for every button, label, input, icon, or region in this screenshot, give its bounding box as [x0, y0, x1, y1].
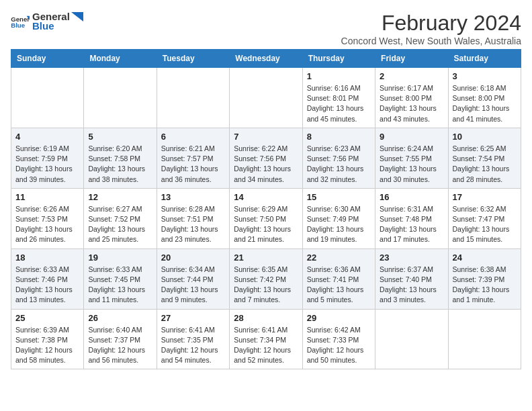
calendar-header-row: SundayMondayTuesdayWednesdayThursdayFrid… [11, 50, 521, 68]
day-number: 21 [234, 253, 298, 263]
day-info: Sunrise: 6:27 AM Sunset: 7:52 PM Dayligh… [88, 204, 152, 245]
calendar-week-row: 25Sunrise: 6:39 AM Sunset: 7:38 PM Dayli… [11, 309, 521, 369]
svg-marker-3 [71, 12, 83, 21]
day-number: 19 [88, 253, 152, 263]
calendar-cell [230, 68, 302, 128]
day-number: 7 [234, 132, 298, 142]
day-number: 9 [380, 132, 443, 142]
day-info: Sunrise: 6:41 AM Sunset: 7:34 PM Dayligh… [234, 325, 298, 366]
day-info: Sunrise: 6:34 AM Sunset: 7:44 PM Dayligh… [161, 265, 225, 306]
day-number: 20 [161, 253, 225, 263]
calendar-cell [157, 68, 229, 128]
day-info: Sunrise: 6:39 AM Sunset: 7:38 PM Dayligh… [15, 325, 79, 366]
day-of-week-header: Sunday [11, 50, 84, 68]
day-info: Sunrise: 6:20 AM Sunset: 7:58 PM Dayligh… [88, 144, 152, 185]
calendar-cell: 13Sunrise: 6:28 AM Sunset: 7:51 PM Dayli… [157, 188, 229, 248]
calendar-cell: 7Sunrise: 6:22 AM Sunset: 7:56 PM Daylig… [230, 128, 302, 188]
day-number: 14 [234, 192, 298, 202]
calendar-cell: 12Sunrise: 6:27 AM Sunset: 7:52 PM Dayli… [84, 188, 157, 248]
day-info: Sunrise: 6:41 AM Sunset: 7:35 PM Dayligh… [161, 325, 225, 366]
day-info: Sunrise: 6:17 AM Sunset: 8:00 PM Dayligh… [380, 83, 443, 124]
calendar-week-row: 4Sunrise: 6:19 AM Sunset: 7:59 PM Daylig… [11, 128, 521, 188]
day-info: Sunrise: 6:25 AM Sunset: 7:54 PM Dayligh… [453, 144, 517, 185]
day-info: Sunrise: 6:16 AM Sunset: 8:01 PM Dayligh… [307, 83, 371, 124]
calendar-cell: 22Sunrise: 6:36 AM Sunset: 7:41 PM Dayli… [302, 248, 375, 309]
day-of-week-header: Monday [84, 50, 157, 68]
calendar-cell [448, 309, 521, 369]
calendar-cell: 8Sunrise: 6:23 AM Sunset: 7:56 PM Daylig… [302, 128, 375, 188]
day-number: 17 [453, 192, 517, 202]
month-title: February 2024 [341, 11, 521, 36]
calendar-cell: 24Sunrise: 6:38 AM Sunset: 7:39 PM Dayli… [448, 248, 521, 309]
day-of-week-header: Thursday [302, 50, 375, 68]
calendar-cell [84, 68, 157, 128]
day-info: Sunrise: 6:23 AM Sunset: 7:56 PM Dayligh… [307, 144, 371, 185]
day-number: 24 [453, 253, 517, 263]
calendar-cell: 15Sunrise: 6:30 AM Sunset: 7:49 PM Dayli… [302, 188, 375, 248]
day-number: 26 [88, 313, 152, 323]
day-number: 18 [15, 253, 79, 263]
calendar-cell: 29Sunrise: 6:42 AM Sunset: 7:33 PM Dayli… [302, 309, 375, 369]
calendar-body: 1Sunrise: 6:16 AM Sunset: 8:01 PM Daylig… [11, 68, 521, 369]
day-of-week-header: Wednesday [230, 50, 302, 68]
calendar-cell: 11Sunrise: 6:26 AM Sunset: 7:53 PM Dayli… [11, 188, 84, 248]
day-info: Sunrise: 6:30 AM Sunset: 7:49 PM Dayligh… [307, 204, 371, 245]
day-number: 16 [380, 192, 443, 202]
day-info: Sunrise: 6:33 AM Sunset: 7:46 PM Dayligh… [15, 265, 79, 306]
calendar-cell: 3Sunrise: 6:18 AM Sunset: 8:00 PM Daylig… [448, 68, 521, 128]
subtitle: Concord West, New South Wales, Australia [341, 36, 521, 46]
calendar-cell: 19Sunrise: 6:33 AM Sunset: 7:45 PM Dayli… [84, 248, 157, 309]
svg-text:Blue: Blue [11, 21, 25, 28]
calendar-week-row: 11Sunrise: 6:26 AM Sunset: 7:53 PM Dayli… [11, 188, 521, 248]
title-area: February 2024 Concord West, New South Wa… [341, 11, 521, 46]
day-of-week-header: Saturday [448, 50, 521, 68]
calendar-cell: 1Sunrise: 6:16 AM Sunset: 8:01 PM Daylig… [302, 68, 375, 128]
day-info: Sunrise: 6:31 AM Sunset: 7:48 PM Dayligh… [380, 204, 443, 245]
calendar-cell: 25Sunrise: 6:39 AM Sunset: 7:38 PM Dayli… [11, 309, 84, 369]
day-number: 6 [161, 132, 225, 142]
day-number: 5 [88, 132, 152, 142]
calendar-cell: 14Sunrise: 6:29 AM Sunset: 7:50 PM Dayli… [230, 188, 302, 248]
day-info: Sunrise: 6:21 AM Sunset: 7:57 PM Dayligh… [161, 144, 225, 185]
calendar-table: SundayMondayTuesdayWednesdayThursdayFrid… [11, 49, 521, 369]
calendar-cell: 20Sunrise: 6:34 AM Sunset: 7:44 PM Dayli… [157, 248, 229, 309]
day-number: 29 [307, 313, 371, 323]
day-of-week-header: Friday [375, 50, 448, 68]
calendar-cell [375, 309, 448, 369]
day-number: 3 [453, 71, 517, 81]
day-of-week-header: Tuesday [157, 50, 229, 68]
calendar-cell: 5Sunrise: 6:20 AM Sunset: 7:58 PM Daylig… [84, 128, 157, 188]
calendar-cell: 26Sunrise: 6:40 AM Sunset: 7:37 PM Dayli… [84, 309, 157, 369]
day-info: Sunrise: 6:24 AM Sunset: 7:55 PM Dayligh… [380, 144, 443, 185]
day-number: 2 [380, 71, 443, 81]
calendar-cell: 6Sunrise: 6:21 AM Sunset: 7:57 PM Daylig… [157, 128, 229, 188]
day-info: Sunrise: 6:36 AM Sunset: 7:41 PM Dayligh… [307, 265, 371, 306]
calendar-cell: 9Sunrise: 6:24 AM Sunset: 7:55 PM Daylig… [375, 128, 448, 188]
day-number: 8 [307, 132, 371, 142]
day-number: 28 [234, 313, 298, 323]
calendar-cell: 23Sunrise: 6:37 AM Sunset: 7:40 PM Dayli… [375, 248, 448, 309]
day-number: 25 [15, 313, 79, 323]
day-info: Sunrise: 6:40 AM Sunset: 7:37 PM Dayligh… [88, 325, 152, 366]
day-info: Sunrise: 6:38 AM Sunset: 7:39 PM Dayligh… [453, 265, 517, 306]
day-info: Sunrise: 6:32 AM Sunset: 7:47 PM Dayligh… [453, 204, 517, 245]
day-info: Sunrise: 6:22 AM Sunset: 7:56 PM Dayligh… [234, 144, 298, 185]
day-number: 15 [307, 192, 371, 202]
logo-arrow-icon [71, 12, 83, 21]
day-info: Sunrise: 6:29 AM Sunset: 7:50 PM Dayligh… [234, 204, 298, 245]
logo-icon: General Blue [11, 14, 30, 29]
day-info: Sunrise: 6:37 AM Sunset: 7:40 PM Dayligh… [380, 265, 443, 306]
header: General Blue General Blue February 2024 … [11, 11, 521, 46]
calendar-cell [11, 68, 84, 128]
day-info: Sunrise: 6:35 AM Sunset: 7:42 PM Dayligh… [234, 265, 298, 306]
day-info: Sunrise: 6:28 AM Sunset: 7:51 PM Dayligh… [161, 204, 225, 245]
calendar-cell: 28Sunrise: 6:41 AM Sunset: 7:34 PM Dayli… [230, 309, 302, 369]
day-number: 23 [380, 253, 443, 263]
calendar-cell: 17Sunrise: 6:32 AM Sunset: 7:47 PM Dayli… [448, 188, 521, 248]
calendar-cell: 2Sunrise: 6:17 AM Sunset: 8:00 PM Daylig… [375, 68, 448, 128]
day-info: Sunrise: 6:19 AM Sunset: 7:59 PM Dayligh… [15, 144, 79, 185]
calendar-cell: 18Sunrise: 6:33 AM Sunset: 7:46 PM Dayli… [11, 248, 84, 309]
day-info: Sunrise: 6:18 AM Sunset: 8:00 PM Dayligh… [453, 83, 517, 124]
day-info: Sunrise: 6:42 AM Sunset: 7:33 PM Dayligh… [307, 325, 371, 366]
day-number: 10 [453, 132, 517, 142]
